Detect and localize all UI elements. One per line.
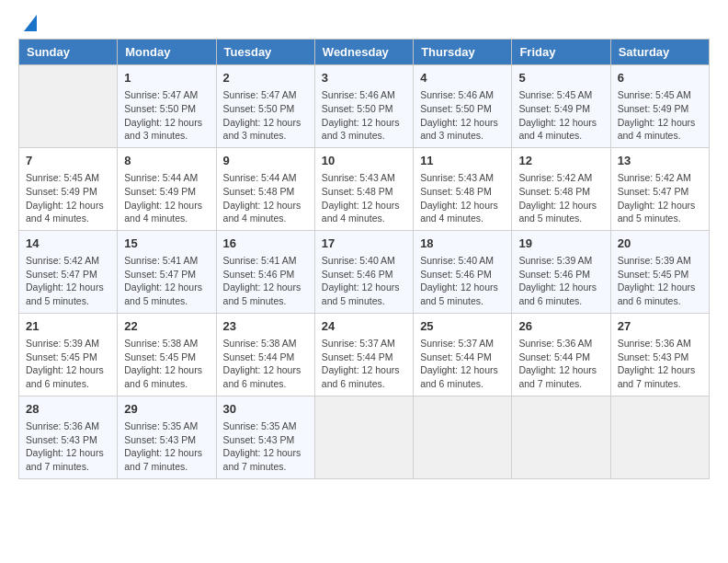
day-info: Sunrise: 5:37 AM Sunset: 5:44 PM Dayligh… <box>322 337 406 391</box>
day-number: 25 <box>420 318 505 335</box>
day-info: Sunrise: 5:35 AM Sunset: 5:43 PM Dayligh… <box>124 419 209 474</box>
calendar-cell: 19Sunrise: 5:39 AM Sunset: 5:46 PM Dayli… <box>512 230 610 313</box>
day-number: 26 <box>518 318 603 335</box>
weekday-header-tuesday: Tuesday <box>216 40 314 65</box>
day-number: 29 <box>124 401 209 418</box>
weekday-header-thursday: Thursday <box>414 40 512 65</box>
day-info: Sunrise: 5:38 AM Sunset: 5:45 PM Dayligh… <box>124 337 209 391</box>
day-number: 7 <box>26 153 110 169</box>
weekday-header-row: SundayMondayTuesdayWednesdayThursdayFrid… <box>19 40 710 65</box>
day-info: Sunrise: 5:45 AM Sunset: 5:49 PM Dayligh… <box>26 171 110 225</box>
calendar-cell: 9Sunrise: 5:44 AM Sunset: 5:48 PM Daylig… <box>216 147 314 230</box>
calendar-cell: 28Sunrise: 5:36 AM Sunset: 5:43 PM Dayli… <box>19 396 118 478</box>
calendar-cell: 26Sunrise: 5:36 AM Sunset: 5:44 PM Dayli… <box>512 313 610 396</box>
calendar-cell: 30Sunrise: 5:35 AM Sunset: 5:43 PM Dayli… <box>216 396 314 478</box>
day-number: 23 <box>223 318 308 335</box>
calendar-cell: 2Sunrise: 5:47 AM Sunset: 5:50 PM Daylig… <box>216 65 314 148</box>
weekday-header-sunday: Sunday <box>19 40 118 65</box>
day-info: Sunrise: 5:42 AM Sunset: 5:47 PM Dayligh… <box>26 254 110 308</box>
day-number: 2 <box>223 70 308 86</box>
calendar-cell: 27Sunrise: 5:36 AM Sunset: 5:43 PM Dayli… <box>610 313 709 396</box>
day-info: Sunrise: 5:39 AM Sunset: 5:46 PM Dayligh… <box>518 254 603 308</box>
calendar-cell: 13Sunrise: 5:42 AM Sunset: 5:47 PM Dayli… <box>610 147 709 230</box>
calendar-cell: 22Sunrise: 5:38 AM Sunset: 5:45 PM Dayli… <box>118 313 216 396</box>
day-number: 24 <box>322 318 406 335</box>
calendar-week-row: 14Sunrise: 5:42 AM Sunset: 5:47 PM Dayli… <box>19 230 710 313</box>
calendar-cell <box>512 396 610 478</box>
day-info: Sunrise: 5:44 AM Sunset: 5:48 PM Dayligh… <box>223 171 308 225</box>
day-number: 21 <box>26 318 110 335</box>
day-number: 3 <box>322 70 406 86</box>
day-number: 17 <box>322 236 406 252</box>
day-number: 8 <box>124 153 209 169</box>
day-info: Sunrise: 5:40 AM Sunset: 5:46 PM Dayligh… <box>420 254 505 308</box>
day-info: Sunrise: 5:35 AM Sunset: 5:43 PM Dayligh… <box>223 419 308 474</box>
day-info: Sunrise: 5:36 AM Sunset: 5:43 PM Dayligh… <box>618 337 702 391</box>
day-number: 11 <box>420 153 505 169</box>
weekday-header-monday: Monday <box>118 40 216 65</box>
calendar-cell: 18Sunrise: 5:40 AM Sunset: 5:46 PM Dayli… <box>414 230 512 313</box>
day-number: 5 <box>518 70 603 86</box>
day-info: Sunrise: 5:39 AM Sunset: 5:45 PM Dayligh… <box>618 254 702 308</box>
day-number: 19 <box>518 236 603 252</box>
day-number: 12 <box>518 153 603 169</box>
day-info: Sunrise: 5:39 AM Sunset: 5:45 PM Dayligh… <box>26 337 110 391</box>
day-info: Sunrise: 5:40 AM Sunset: 5:46 PM Dayligh… <box>322 254 406 308</box>
day-number: 14 <box>26 236 110 252</box>
calendar-cell: 24Sunrise: 5:37 AM Sunset: 5:44 PM Dayli… <box>314 313 413 396</box>
calendar-cell: 29Sunrise: 5:35 AM Sunset: 5:43 PM Dayli… <box>118 396 216 478</box>
logo <box>18 18 37 29</box>
calendar-week-row: 7Sunrise: 5:45 AM Sunset: 5:49 PM Daylig… <box>19 147 710 230</box>
day-info: Sunrise: 5:43 AM Sunset: 5:48 PM Dayligh… <box>420 171 505 225</box>
day-number: 10 <box>322 153 406 169</box>
day-info: Sunrise: 5:41 AM Sunset: 5:47 PM Dayligh… <box>124 254 209 308</box>
day-info: Sunrise: 5:46 AM Sunset: 5:50 PM Dayligh… <box>322 88 406 143</box>
day-info: Sunrise: 5:45 AM Sunset: 5:49 PM Dayligh… <box>618 88 702 143</box>
day-number: 16 <box>223 236 308 252</box>
calendar-cell: 1Sunrise: 5:47 AM Sunset: 5:50 PM Daylig… <box>118 65 216 148</box>
day-number: 28 <box>26 401 110 418</box>
calendar-cell <box>610 396 709 478</box>
page-header <box>18 18 710 29</box>
day-info: Sunrise: 5:42 AM Sunset: 5:47 PM Dayligh… <box>618 171 702 225</box>
svg-marker-0 <box>24 15 37 31</box>
day-info: Sunrise: 5:43 AM Sunset: 5:48 PM Dayligh… <box>322 171 406 225</box>
day-number: 9 <box>223 153 308 169</box>
weekday-header-friday: Friday <box>512 40 610 65</box>
calendar-cell: 5Sunrise: 5:45 AM Sunset: 5:49 PM Daylig… <box>512 65 610 148</box>
calendar-cell: 7Sunrise: 5:45 AM Sunset: 5:49 PM Daylig… <box>19 147 118 230</box>
day-info: Sunrise: 5:44 AM Sunset: 5:49 PM Dayligh… <box>124 171 209 225</box>
day-number: 4 <box>420 70 505 86</box>
day-number: 20 <box>618 236 702 252</box>
day-info: Sunrise: 5:47 AM Sunset: 5:50 PM Dayligh… <box>223 88 308 143</box>
calendar-cell: 8Sunrise: 5:44 AM Sunset: 5:49 PM Daylig… <box>118 147 216 230</box>
day-number: 30 <box>223 401 308 418</box>
calendar-cell: 21Sunrise: 5:39 AM Sunset: 5:45 PM Dayli… <box>19 313 118 396</box>
calendar-week-row: 1Sunrise: 5:47 AM Sunset: 5:50 PM Daylig… <box>19 65 710 148</box>
calendar-cell: 11Sunrise: 5:43 AM Sunset: 5:48 PM Dayli… <box>414 147 512 230</box>
weekday-header-wednesday: Wednesday <box>314 40 413 65</box>
day-number: 22 <box>124 318 209 335</box>
day-number: 15 <box>124 236 209 252</box>
calendar-cell: 12Sunrise: 5:42 AM Sunset: 5:48 PM Dayli… <box>512 147 610 230</box>
calendar-cell: 15Sunrise: 5:41 AM Sunset: 5:47 PM Dayli… <box>118 230 216 313</box>
calendar-week-row: 21Sunrise: 5:39 AM Sunset: 5:45 PM Dayli… <box>19 313 710 396</box>
calendar-cell: 23Sunrise: 5:38 AM Sunset: 5:44 PM Dayli… <box>216 313 314 396</box>
day-info: Sunrise: 5:37 AM Sunset: 5:44 PM Dayligh… <box>420 337 505 391</box>
calendar-cell: 3Sunrise: 5:46 AM Sunset: 5:50 PM Daylig… <box>314 65 413 148</box>
day-info: Sunrise: 5:36 AM Sunset: 5:44 PM Dayligh… <box>518 337 603 391</box>
calendar-cell: 20Sunrise: 5:39 AM Sunset: 5:45 PM Dayli… <box>610 230 709 313</box>
day-number: 27 <box>618 318 702 335</box>
calendar-cell <box>314 396 413 478</box>
day-info: Sunrise: 5:36 AM Sunset: 5:43 PM Dayligh… <box>26 419 110 474</box>
calendar-cell: 25Sunrise: 5:37 AM Sunset: 5:44 PM Dayli… <box>414 313 512 396</box>
day-number: 18 <box>420 236 505 252</box>
day-number: 6 <box>618 70 702 86</box>
day-info: Sunrise: 5:41 AM Sunset: 5:46 PM Dayligh… <box>223 254 308 308</box>
calendar-table: SundayMondayTuesdayWednesdayThursdayFrid… <box>18 39 710 479</box>
day-info: Sunrise: 5:38 AM Sunset: 5:44 PM Dayligh… <box>223 337 308 391</box>
day-info: Sunrise: 5:47 AM Sunset: 5:50 PM Dayligh… <box>124 88 209 143</box>
day-info: Sunrise: 5:45 AM Sunset: 5:49 PM Dayligh… <box>518 88 603 143</box>
calendar-cell: 4Sunrise: 5:46 AM Sunset: 5:50 PM Daylig… <box>414 65 512 148</box>
day-number: 1 <box>124 70 209 86</box>
